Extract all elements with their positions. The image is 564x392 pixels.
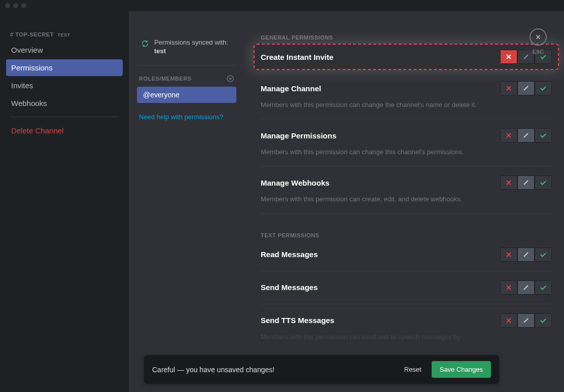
sidebar-item-overview[interactable]: Overview <box>6 42 123 58</box>
toggle-deny-button[interactable] <box>500 128 517 142</box>
divider <box>261 271 552 271</box>
toggle-deny-button[interactable] <box>500 247 517 262</box>
divider <box>261 304 552 304</box>
general-permissions-header: GENERAL PERMISSIONS <box>261 34 552 41</box>
permission-title: Manage Webhooks <box>261 179 330 187</box>
toggle-deny-button[interactable] <box>500 81 517 95</box>
toggle-passthrough-button[interactable] <box>517 81 535 95</box>
sidebar-header: # TOP-SECRET TEST <box>6 31 123 42</box>
sidebar-item-webhooks[interactable]: Webhooks <box>6 95 123 112</box>
permission-title: Create Instant Invite <box>261 53 333 61</box>
permission-title: Read Messages <box>261 250 318 259</box>
text-permissions-header: TEXT PERMISSIONS <box>261 232 552 238</box>
permission-title: Manage Channel <box>261 84 321 93</box>
divider <box>261 166 552 166</box>
permission-title: Manage Permissions <box>261 131 336 140</box>
sync-indicator: Permissions synced with: test <box>137 37 236 65</box>
toggle-allow-button[interactable] <box>535 280 552 295</box>
unsaved-text: Careful — you have unsaved changes! <box>152 366 274 374</box>
permission-manage-permissions: Manage Permissions <box>261 128 552 142</box>
sync-icon <box>141 40 149 48</box>
permission-send-tts: Send TTS Messages <box>261 313 552 328</box>
sync-value: test <box>154 47 166 55</box>
sidebar-item-permissions[interactable]: Permissions <box>6 59 123 76</box>
toggle-deny-button[interactable] <box>500 280 517 295</box>
window-dot <box>5 3 10 8</box>
toggle-group <box>500 313 552 328</box>
roles-header-label: ROLES/MEMBERS <box>139 76 192 82</box>
toggle-deny-button[interactable] <box>500 175 517 190</box>
permission-title: Send TTS Messages <box>261 316 334 325</box>
channel-name-header: # TOP-SECRET <box>10 31 54 38</box>
toggle-group <box>500 175 552 190</box>
permission-manage-webhooks: Manage Webhooks <box>261 175 552 190</box>
permission-read-messages: Read Messages <box>261 247 552 262</box>
permission-description: Members with this permission can send te… <box>261 333 552 342</box>
role-everyone[interactable]: @everyone <box>137 87 236 103</box>
toggle-allow-button[interactable] <box>535 81 552 95</box>
sync-label: Permissions synced with: <box>154 39 228 46</box>
sidebar-divider <box>10 117 119 117</box>
permissions-main-panel: GENERAL PERMISSIONS Create Instant Invit… <box>244 11 564 392</box>
toggle-group <box>500 280 552 295</box>
permission-description: Members with this permission can change … <box>261 100 552 110</box>
close-label: ESC <box>530 49 547 55</box>
divider <box>261 213 552 214</box>
highlight-callout: Create Instant Invite <box>254 44 559 70</box>
permission-description: Members with this permission can create,… <box>261 195 552 204</box>
toggle-group <box>500 247 552 262</box>
toggle-deny-button[interactable] <box>500 313 517 328</box>
toggle-passthrough-button[interactable] <box>517 128 535 142</box>
toggle-allow-button[interactable] <box>535 313 552 328</box>
permission-title: Send Messages <box>261 283 318 292</box>
reset-button[interactable]: Reset <box>404 366 421 373</box>
permission-send-messages: Send Messages <box>261 280 552 295</box>
toggle-allow-button[interactable] <box>535 128 552 142</box>
unsaved-actions: Reset Save Changes <box>404 361 491 378</box>
save-changes-button[interactable]: Save Changes <box>432 361 491 378</box>
toggle-passthrough-button[interactable] <box>517 175 535 190</box>
permission-description: Members with this permission can change … <box>261 148 552 157</box>
toggle-group <box>500 81 552 95</box>
toggle-allow-button[interactable] <box>535 247 552 262</box>
toggle-passthrough-button[interactable] <box>517 247 535 262</box>
toggle-passthrough-button[interactable] <box>517 313 535 328</box>
toggle-allow-button[interactable] <box>535 175 552 190</box>
app-container: # TOP-SECRET TEST Overview Permissions I… <box>0 11 564 392</box>
toggle-passthrough-button[interactable] <box>517 280 535 295</box>
permission-manage-channel: Manage Channel <box>261 81 552 95</box>
unsaved-changes-bar: Careful — you have unsaved changes! Rese… <box>144 355 499 384</box>
close-button[interactable] <box>530 28 547 46</box>
window-dot <box>13 3 18 8</box>
roles-panel: Permissions synced with: test ROLES/MEMB… <box>129 11 244 392</box>
roles-header: ROLES/MEMBERS <box>137 75 236 83</box>
window-chrome <box>0 0 564 11</box>
settings-sidebar: # TOP-SECRET TEST Overview Permissions I… <box>0 11 129 392</box>
permissions-help-link[interactable]: Need help with permissions? <box>137 113 236 121</box>
permission-create-invite: Create Instant Invite <box>261 50 552 64</box>
sidebar-item-invites[interactable]: Invites <box>6 77 123 94</box>
window-dot <box>21 3 26 8</box>
text-permissions-section: TEXT PERMISSIONS Read Messages Send Mess… <box>261 232 552 342</box>
sync-text: Permissions synced with: test <box>154 39 228 56</box>
delete-channel-button[interactable]: Delete Channel <box>6 122 123 139</box>
channel-suffix: TEST <box>57 32 70 38</box>
close-panel: ESC <box>530 28 547 55</box>
toggle-deny-button[interactable] <box>500 50 517 64</box>
add-role-button[interactable] <box>226 75 234 83</box>
divider <box>261 119 552 119</box>
toggle-group <box>500 128 552 142</box>
